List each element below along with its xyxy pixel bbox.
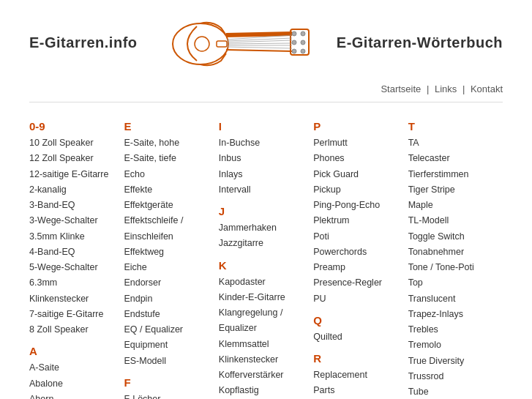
nav-kontakt[interactable]: Kontakt [471, 83, 503, 94]
list-item[interactable]: In-Buchse [219, 135, 306, 151]
list-item[interactable]: 10 Zoll Speaker [29, 135, 116, 151]
list-item[interactable]: Kinder-E-Gitarre [219, 290, 306, 305]
list-item[interactable]: TA [408, 135, 495, 151]
list-item[interactable]: TL-Modell [408, 213, 495, 228]
list-item[interactable]: PU [313, 291, 400, 307]
section-letter-Q: Q [313, 314, 400, 327]
site-title-left: E-Gitarren.info [29, 34, 138, 51]
nav-bar: Startseite | Links | Kontakt [0, 79, 532, 102]
list-item[interactable]: Effektgeräte [124, 198, 211, 213]
list-item[interactable]: Endstufe [124, 307, 211, 322]
list-item[interactable]: Equalizer [219, 321, 306, 336]
list-item[interactable]: Tone / Tone-Poti [408, 260, 495, 275]
list-item[interactable]: Trussrod [408, 369, 495, 384]
list-item[interactable]: 3.5mm Klinke [29, 229, 116, 245]
nav-sep-1: | [427, 83, 432, 94]
list-item[interactable]: Effektschleife / [124, 213, 211, 228]
list-item[interactable]: Endpin [124, 291, 211, 307]
svg-rect-11 [217, 41, 227, 47]
list-item[interactable]: Phones [313, 151, 400, 166]
list-item[interactable]: Tremolo [408, 338, 495, 353]
list-item[interactable]: 2-kanalig [29, 182, 116, 198]
list-item[interactable]: Top [408, 275, 495, 291]
list-item[interactable]: Equipment [124, 338, 211, 353]
list-item[interactable]: Plektrum [313, 213, 400, 228]
list-item[interactable]: Toggle Switch [408, 229, 495, 245]
list-item[interactable]: 3-Wege-Schalter [29, 213, 116, 228]
list-item[interactable]: Trebles [408, 322, 495, 338]
list-item[interactable]: E-Saite, tiefe [124, 151, 211, 166]
list-item[interactable]: Kapodaster [219, 275, 306, 290]
list-item[interactable]: Jammerhaken [219, 220, 306, 236]
list-item[interactable]: Tonabnehmer [408, 245, 495, 260]
list-item[interactable]: Translucent [408, 291, 495, 307]
nav-links[interactable]: Links [435, 83, 457, 94]
list-item[interactable]: F-Löcher [124, 392, 211, 399]
svg-point-6 [292, 49, 296, 53]
list-item[interactable]: Klinkenstecker [219, 352, 306, 368]
list-item[interactable]: Perlmutt [313, 135, 400, 151]
list-item[interactable]: ES-Modell [124, 354, 211, 369]
svg-point-9 [301, 49, 305, 53]
section-letter-A: A [29, 345, 116, 357]
list-item[interactable]: Echo [124, 167, 211, 182]
site-title-right: E-Gitarren-Wörterbuch [337, 34, 503, 51]
list-item[interactable]: Telecaster [408, 151, 495, 166]
list-item[interactable]: Klangregelung / [219, 305, 306, 321]
list-item[interactable]: Endorser [124, 275, 211, 291]
list-item[interactable]: Powerchords [313, 245, 400, 260]
list-item[interactable]: 5-Wege-Schalter [29, 260, 116, 275]
list-item[interactable]: Jazzgitarre [219, 236, 306, 251]
section-letter-I: I [219, 120, 306, 133]
list-item[interactable]: Preamp [313, 260, 400, 275]
list-item[interactable]: 8 Zoll Speaker [29, 322, 116, 338]
list-item[interactable]: 12-saitige E-Gitarre [29, 167, 116, 182]
list-item[interactable]: Ping-Pong-Echo [313, 198, 400, 213]
list-item[interactable]: Inbus [219, 151, 306, 166]
list-item[interactable]: Replacement [313, 368, 400, 383]
list-item[interactable]: A-Saite [29, 360, 116, 376]
list-item[interactable]: Presence-Regler [313, 275, 400, 291]
list-item[interactable]: Einschleifen [124, 229, 211, 245]
list-item[interactable]: Poti [313, 229, 400, 245]
list-item[interactable]: Abalone [29, 376, 116, 392]
list-item[interactable]: Pickup [313, 182, 400, 198]
list-item[interactable]: Kopflastig [219, 383, 306, 398]
list-item[interactable]: Kofferverstärker [219, 368, 306, 383]
list-item[interactable]: Maple [408, 198, 495, 213]
list-item[interactable]: Tube [408, 384, 495, 399]
list-item[interactable]: Klemmsattel [219, 337, 306, 352]
list-item[interactable]: True Diversity [408, 354, 495, 369]
list-item[interactable]: Trapez-Inlays [408, 307, 495, 322]
list-item[interactable]: Ahorn [29, 392, 116, 399]
list-item[interactable]: Tierferstimmen [408, 167, 495, 182]
header-divider [29, 102, 503, 102]
section-letter-K: K [219, 259, 306, 272]
list-item[interactable]: Tiger Stripe [408, 182, 495, 198]
svg-point-5 [292, 40, 296, 45]
list-item[interactable]: 3-Band-EQ [29, 198, 116, 213]
list-item[interactable]: 4-Band-EQ [29, 245, 116, 260]
list-item[interactable]: Intervall [219, 182, 306, 198]
section-letter-E: E [124, 120, 211, 133]
section-letter-P: P [313, 120, 400, 133]
list-item[interactable]: EQ / Equalizer [124, 322, 211, 338]
list-item[interactable]: 7-saitige E-Gitarre [29, 307, 116, 322]
list-item[interactable]: Eiche [124, 260, 211, 275]
list-item[interactable]: Inlays [219, 167, 306, 182]
list-item[interactable]: Effektweg [124, 245, 211, 260]
list-item[interactable]: Pick Guard [313, 167, 400, 182]
list-item[interactable]: E-Saite, hohe [124, 135, 211, 151]
guitar-image [138, 13, 337, 72]
svg-line-2 [226, 50, 292, 51]
column-2: IIn-BuchseInbusInlaysIntervallJJammerhak… [219, 113, 313, 399]
section-letter-0-9: 0-9 [29, 120, 116, 133]
list-item[interactable]: Quilted [313, 329, 400, 345]
column-3: PPerlmuttPhonesPick GuardPickupPing-Pong… [313, 113, 408, 399]
section-letter-T: T [408, 120, 495, 133]
list-item[interactable]: Effekte [124, 182, 211, 198]
list-item[interactable]: 12 Zoll Speaker [29, 151, 116, 166]
list-item[interactable]: Parts [313, 383, 400, 398]
list-item[interactable]: 6.3mm Klinkenstecker [29, 275, 116, 307]
nav-startseite[interactable]: Startseite [381, 83, 421, 94]
